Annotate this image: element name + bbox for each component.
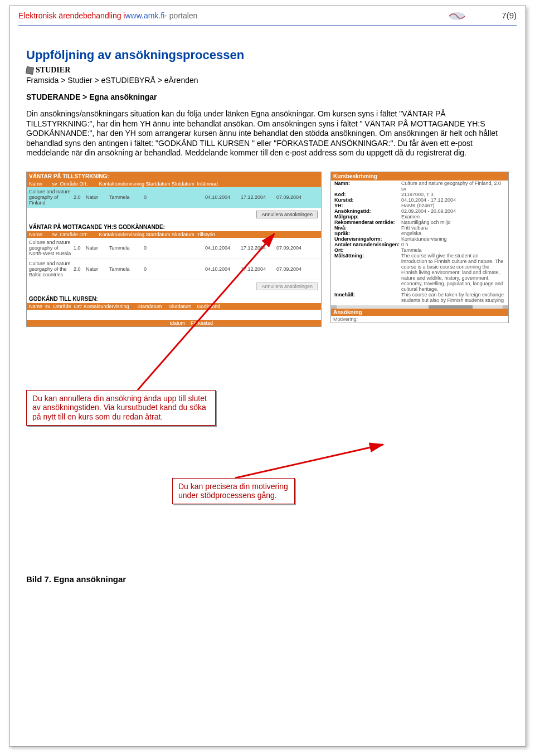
kv-key: Innehåll: bbox=[334, 292, 401, 303]
side-title: Kursbeskrivning bbox=[331, 172, 508, 181]
kv-row: Rekommenderat område:Naturtillgång och m… bbox=[331, 220, 508, 225]
cancel-application-button-disabled: Annullera ansökningen bbox=[256, 282, 318, 290]
scrollbar[interactable] bbox=[331, 305, 508, 309]
cell-start: 04.10.2004 bbox=[205, 194, 241, 200]
kv-row: Målsättning:The course will give the stu… bbox=[331, 253, 508, 292]
section-title: Uppföljning av ansökningsprocessen bbox=[26, 48, 509, 62]
kv-key: Kurstid: bbox=[334, 197, 401, 203]
kv-key: Namn: bbox=[334, 181, 401, 192]
side-kv-list: Namn:Culture and nature geography of Fin… bbox=[331, 181, 508, 303]
section-waiting-title: VÄNTAR PÅ TILLSTYRKNING: bbox=[27, 172, 321, 181]
cell-start: 04.10.2004 bbox=[205, 245, 241, 251]
arrow-icon bbox=[235, 445, 383, 478]
table-header-1: Namn sv Område Ort: Kontaktundervisning … bbox=[27, 181, 321, 187]
kv-key: Målgrupp: bbox=[334, 214, 401, 220]
kv-key: Kod: bbox=[334, 192, 401, 197]
logo-icon bbox=[448, 11, 466, 22]
kv-key: Undervisningsform: bbox=[334, 236, 401, 242]
kv-value: Tammela bbox=[401, 247, 505, 253]
cell-sv: 2.0 bbox=[74, 194, 86, 200]
kv-value: 04.10.2004 - 17.12.2004 bbox=[401, 197, 505, 203]
kv-value: 02.09.2004 - 20.09.2004 bbox=[401, 208, 505, 214]
cancel-application-button[interactable]: Annullera ansökningen bbox=[256, 211, 318, 218]
table-row[interactable]: Culture and nature georgaphy of the Balt… bbox=[27, 259, 321, 280]
table-header-4: tdatum Förkastad bbox=[27, 320, 321, 326]
kv-row: Kod:21197000, T 3 bbox=[331, 192, 508, 197]
kv-value: engelska bbox=[401, 231, 505, 236]
kv-value: Naturtillgång och miljö bbox=[401, 220, 505, 225]
callout-precisera: Du kan precisera din motivering under st… bbox=[172, 478, 295, 505]
cell-start: 04.10.2004 bbox=[205, 266, 241, 272]
side-motivation-label: Motivering: bbox=[331, 316, 508, 323]
kv-row: YH:HAMK (02467) bbox=[331, 203, 508, 208]
kv-key: Målsättning: bbox=[334, 253, 401, 292]
studier-label: STUDIER bbox=[36, 66, 70, 75]
table-row[interactable]: Culture and nature geography of Finland … bbox=[27, 187, 321, 208]
kv-row: Antalet närundervisningen:0 h bbox=[331, 242, 508, 247]
svg-point-0 bbox=[449, 12, 465, 20]
cell-sv: 1.0 bbox=[74, 245, 86, 251]
cell-name: Culture and nature geography of Finland bbox=[29, 189, 74, 206]
kv-value: This course can be taken by foreign exch… bbox=[401, 292, 505, 303]
applications-panel: VÄNTAR PÅ TILLSTYRKNING: Namn sv Område … bbox=[26, 172, 322, 327]
kv-value: HAMK (02467) bbox=[401, 203, 505, 208]
cell-area: Natur bbox=[86, 266, 109, 272]
screenshot-region: VÄNTAR PÅ TILLSTYRKNING: Namn sv Område … bbox=[26, 172, 509, 484]
kv-row: Undervisningsform:Kontaktundervisning bbox=[331, 236, 508, 242]
cube-icon bbox=[26, 66, 34, 75]
cell-end: 17.12.2004 bbox=[241, 245, 276, 251]
cell-approved: 07.09.2004 bbox=[276, 266, 312, 272]
kv-key: Antalet närundervisningen: bbox=[334, 242, 401, 247]
kv-key: Ort: bbox=[334, 247, 401, 253]
kv-key: YH: bbox=[334, 203, 401, 208]
cell-ku: 0 bbox=[144, 245, 205, 251]
cell-area: Natur bbox=[86, 194, 109, 200]
kv-row: Innehåll:This course can be taken by for… bbox=[331, 292, 508, 303]
table-header-2: Namn sv Område Ort: Kontaktundervisning … bbox=[27, 231, 321, 238]
kv-value: The course will give the student an intr… bbox=[401, 253, 505, 292]
kv-row: Kurstid:04.10.2004 - 17.12.2004 bbox=[331, 197, 508, 203]
scrollbar-right-icon[interactable] bbox=[503, 305, 508, 309]
cell-name: Culture and nature georgaphy of the Balt… bbox=[29, 261, 74, 277]
cell-name: Culture and nature geography of North-We… bbox=[29, 240, 74, 256]
figure-caption: Bild 7. Egna ansökningar bbox=[26, 574, 126, 584]
kv-row: Språk:engelska bbox=[331, 231, 508, 236]
kv-row: Nivå:Fritt valbara bbox=[331, 225, 508, 231]
kv-key: Rekommenderat område: bbox=[334, 220, 401, 225]
cell-area: Natur bbox=[86, 245, 109, 251]
cell-sv: 2.0 bbox=[74, 266, 86, 272]
cell-ort: Tammela bbox=[109, 245, 144, 251]
header-red: Elektronisk ärendebehandling i bbox=[18, 11, 125, 20]
kv-value: Culture and nature geography of Finland,… bbox=[401, 181, 505, 192]
kv-row: Målgrupp:Examen bbox=[331, 214, 508, 220]
cell-ort: Tammela bbox=[109, 266, 144, 272]
cell-submitted: 07.09.2004 bbox=[276, 194, 312, 200]
table-header-3: Namn sv Område Ort: Kontaktundervisning … bbox=[27, 303, 321, 310]
breadcrumb-1: Framsida > Studier > eSTUDIEBYRÅ > eÄren… bbox=[26, 76, 509, 85]
section-receiving-title: VÄNTAR PÅ MOTTAGANDE YH:S GODKÄNNANDE: bbox=[27, 222, 321, 231]
kv-key: Ansökningstid: bbox=[334, 208, 401, 214]
section-approved-title: GODKÄND TILL KURSEN: bbox=[27, 294, 321, 303]
kv-row: Ort:Tammela bbox=[331, 247, 508, 253]
page-number-text: 7(9) bbox=[502, 11, 517, 20]
breadcrumb-2: STUDERANDE > Egna ansökningar bbox=[26, 92, 509, 101]
kv-key: Språk: bbox=[334, 231, 401, 236]
cell-end: 17.12.2004 bbox=[241, 266, 276, 272]
cell-ort: Tammela bbox=[109, 194, 144, 200]
header-grey: - portalen bbox=[164, 11, 197, 20]
header-link[interactable]: www.amk.fi bbox=[125, 11, 164, 20]
cell-ku: 0 bbox=[144, 266, 205, 272]
cell-approved: 07.09.2004 bbox=[276, 245, 312, 251]
kv-row: Namn:Culture and nature geography of Fin… bbox=[331, 181, 508, 192]
kv-key: Nivå: bbox=[334, 225, 401, 231]
kv-value: 21197000, T 3 bbox=[401, 192, 505, 197]
kv-value: 0 h bbox=[401, 242, 505, 247]
kv-value: Fritt valbara bbox=[401, 225, 505, 231]
studier-heading: STUDIER bbox=[26, 66, 509, 75]
kv-value: Examen bbox=[401, 214, 505, 220]
scrollbar-left-icon[interactable] bbox=[331, 305, 337, 309]
callout-annullera: Du kan annullera din ansökning ända upp … bbox=[26, 390, 216, 426]
scrollbar-thumb[interactable] bbox=[429, 305, 473, 309]
table-row[interactable]: Culture and nature geography of North-We… bbox=[27, 238, 321, 259]
side-application-title: Ansökning bbox=[331, 309, 508, 316]
